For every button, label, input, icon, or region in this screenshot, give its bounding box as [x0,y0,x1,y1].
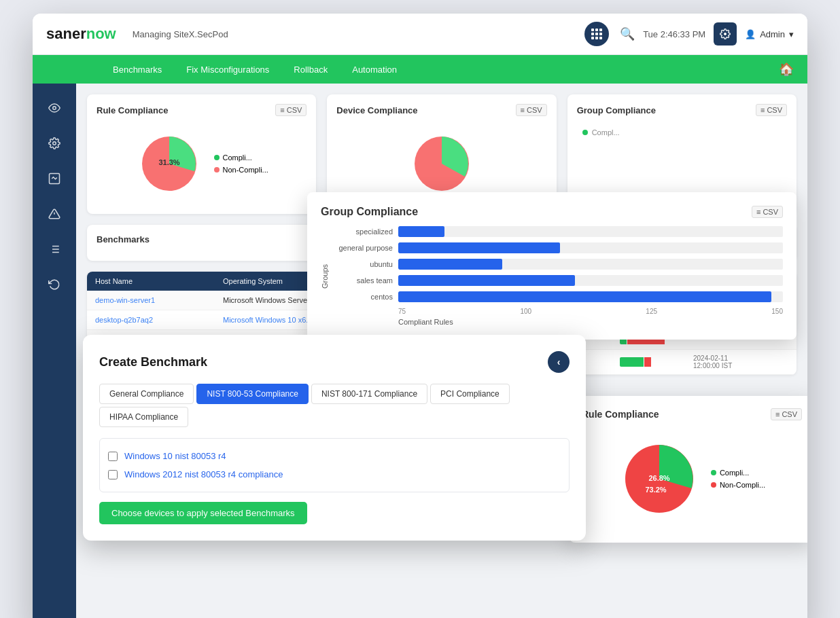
settings-button[interactable] [714,22,737,46]
benchmark-item-1: Windows 10 nist 80053 r4 [108,447,561,465]
tab-nist-800-53[interactable]: NIST 800-53 Compliance [196,384,309,404]
fail-4 [644,357,651,367]
group-compliance-popup-csv[interactable]: ≡ CSV [752,206,783,218]
svg-text:73.2%: 73.2% [645,486,666,494]
modal-title-row: Create Benchmark ‹ [99,351,570,373]
tab-hipaa-compliance[interactable]: HIPAA Compliance [99,407,188,427]
bar-fill-ubuntu [398,259,502,270]
create-benchmark-modal: Create Benchmark ‹ General Compliance NI… [83,335,586,541]
back-button[interactable]: ‹ [548,351,570,373]
sidebar-list-icon[interactable] [43,238,65,260]
home-icon[interactable]: 🏠 [779,62,794,76]
rule-compliance-popup-chart: 26.8% 73.2% Compli... Non-Compli... [582,427,802,530]
sidebar-refresh-icon[interactable] [43,274,65,295]
svg-rect-7 [595,37,598,39]
sidebar [33,84,76,618]
rule-compliance-legend: Compli... Non-Compli... [214,153,268,174]
tab-pci-compliance[interactable]: PCI Compliance [430,384,510,404]
rule-compliance-csv[interactable]: ≡ CSV [275,104,307,116]
rc-popup-non-compliant-legend: Non-Compli... [711,481,765,489]
managing-text: Managing SiteX.SecPod [133,29,228,39]
benchmark-label-1[interactable]: Windows 10 nist 80053 r4 [124,451,226,461]
logo-saner: saner [46,25,86,42]
rule-compliance-popup-legend: Compli... Non-Compli... [711,469,765,489]
benchmarks-card: Benchmarks [87,225,320,261]
logo: sanernow [46,25,116,43]
tab-nist-800-171[interactable]: NIST 800-171 Compliance [311,384,427,404]
benchmark-list: Windows 10 nist 80053 r4 Windows 2012 ni… [99,438,570,492]
main-layout: Rule Compliance ≡ CSV 31.3% [33,84,807,618]
device-compliance-pie [408,130,476,198]
bar-fill-centos [398,291,771,302]
non-compliant-legend: Non-Compli... [214,166,268,174]
host-link-2[interactable]: desktop-q2b7aq2 [95,316,217,324]
admin-icon: 👤 [745,29,756,39]
app-grid-button[interactable] [584,22,609,46]
group-compliance-popup-title: Group Compliance ≡ CSV [321,206,783,218]
rc-popup-compliant-dot [711,470,716,475]
navbar: Benchmarks Fix Misconfigurations Rollbac… [33,55,807,84]
compliant-dot [214,155,220,160]
benchmark-item-2: Windows 2012 nist 80053 r4 compliance [108,465,561,484]
nav-fix-misconfigurations[interactable]: Fix Misconfigurations [174,55,281,84]
tab-general-compliance[interactable]: General Compliance [99,384,194,404]
benchmark-tabs: General Compliance NIST 800-53 Complianc… [99,384,570,427]
admin-label: Admin [760,29,785,39]
topbar-right: 🔍 Tue 2:46:33 PM 👤 Admin ▾ [620,22,794,46]
svg-rect-0 [591,29,594,31]
rule-compliance-chart: 31.3% Compli... Non-Compli... [97,123,307,204]
group-compliance-bg-content: Compl... [577,123,787,145]
nav-benchmarks[interactable]: Benchmarks [101,55,174,84]
rule-compliance-popup-title: Rule Compliance ≡ CSV [582,408,802,420]
search-icon[interactable]: 🔍 [620,26,635,41]
svg-rect-6 [591,37,594,39]
svg-text:31.3%: 31.3% [158,158,179,166]
group-compliance-bg-csv[interactable]: ≡ CSV [756,104,787,116]
x-axis-ticks: 75 100 125 150 [332,308,783,315]
device-compliance-csv[interactable]: ≡ CSV [516,104,547,116]
sidebar-chart-icon[interactable] [43,168,65,189]
svg-point-9 [53,107,56,110]
benchmark-label-2[interactable]: Windows 2012 nist 80053 r4 compliance [124,469,283,479]
col-hostname: Host Name [95,277,217,285]
benchmarks-title: Benchmarks [97,234,311,244]
browser-window: sanernow Managing SiteX.SecPod 🔍 [33,14,807,618]
benchmark-checkbox-2[interactable] [108,470,118,479]
bar-row-general: general purpose [332,242,783,253]
rule-compliance-popup-pie: 26.8% 73.2% [618,438,700,520]
group-compliance-bg-title: Group Compliance ≡ CSV [577,104,787,116]
rc-popup-compliant-legend: Compli... [711,469,765,477]
svg-rect-2 [599,29,602,31]
svg-text:26.8%: 26.8% [648,474,669,482]
logo-now: now [86,25,116,42]
sidebar-alert-icon[interactable] [43,203,65,225]
bar-fill-sales [398,275,575,286]
bar-row-specialized: specialized [332,226,783,237]
navbar-right: 🏠 [779,62,794,77]
nav-automation[interactable]: Automation [340,55,409,84]
rule-compliance-title: Rule Compliance ≡ CSV [97,104,307,116]
sidebar-settings-icon[interactable] [43,132,65,154]
bar-row-ubuntu: ubuntu [332,259,783,270]
rule-compliance-popup-csv[interactable]: ≡ CSV [771,408,802,420]
date-4: 2024-02-11 12:00:00 IST [693,355,748,369]
svg-rect-3 [591,33,594,35]
sidebar-eye-icon[interactable] [43,97,65,119]
dropdown-chevron-icon: ▾ [789,29,794,39]
rule-compliance-card: Rule Compliance ≡ CSV 31.3% [87,94,316,214]
nav-rollback[interactable]: Rollback [281,55,340,84]
admin-button[interactable]: 👤 Admin ▾ [745,29,794,39]
rule-compliance-popup: Rule Compliance ≡ CSV 26.8% 73.2% [570,396,807,543]
host-link-1[interactable]: demo-win-server1 [95,296,217,304]
x-axis-label: Compliant Rules [332,318,783,326]
device-compliance-title: Device Compliance ≡ CSV [336,104,546,116]
time-display: Tue 2:46:33 PM [643,29,705,39]
topbar-center [584,22,609,46]
svg-rect-5 [599,33,602,35]
rule-compliance-pie: 31.3% [135,130,203,198]
benchmark-checkbox-1[interactable] [108,452,118,461]
chevron-left-icon: ‹ [557,357,561,367]
group-compliance-popup: Group Compliance ≡ CSV Groups specialize… [307,192,797,340]
bar-fill-specialized [398,226,444,237]
choose-devices-button[interactable]: Choose devices to apply selected Benchma… [99,502,307,524]
